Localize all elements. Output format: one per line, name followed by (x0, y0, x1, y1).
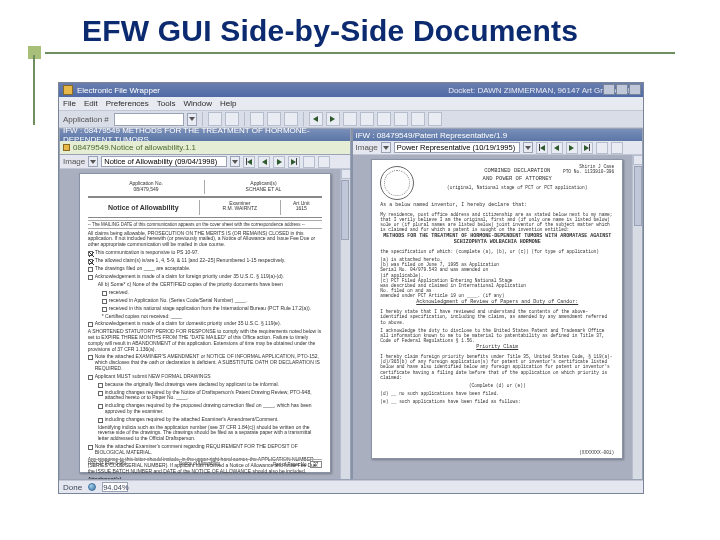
left-doc-tab[interactable]: 08479549.Notice of allowability.1.1 (60, 141, 350, 155)
right-doc-selector-dropdown[interactable] (523, 142, 533, 153)
d1-foot-left: PTO-37 (Rev 5-95) (88, 461, 126, 468)
right-zoom-button[interactable] (596, 142, 608, 154)
help-button[interactable] (428, 112, 442, 126)
left-zoom-button[interactable] (303, 156, 315, 168)
split-view-button[interactable] (394, 112, 408, 126)
zoom-percent[interactable]: 94.04% (102, 482, 128, 492)
right-scrollbar[interactable] (632, 155, 642, 479)
nav-back-button[interactable] (309, 112, 323, 126)
nav-fwd-button[interactable] (326, 112, 340, 126)
d1-l9a: because the originally filed drawings we… (105, 382, 322, 388)
open-button[interactable] (208, 112, 222, 126)
left-first-page-button[interactable] (243, 156, 255, 168)
d2-t3: (original, National stage of PCT or PCT … (420, 185, 614, 190)
right-doc-selector[interactable] (394, 142, 520, 153)
app-icon (63, 85, 73, 95)
d2-prio-header: Priority Claim (380, 345, 614, 351)
chevron-down-icon (525, 146, 531, 150)
left-pane: IFW : 08479549 METHODS FOR THE TREATMENT… (59, 128, 351, 480)
right-pane-titlebar[interactable]: IFW : 08479549/Patent Representative/1.9 (353, 129, 643, 141)
window-list-button[interactable] (411, 112, 425, 126)
checkbox-icon (88, 267, 93, 272)
d1-artunit: 1615 (282, 206, 321, 212)
arrow-left-icon (313, 116, 318, 122)
right-prev-page-button[interactable] (551, 142, 563, 154)
d1-l5e: * Certified copies not received: ____ (102, 314, 322, 320)
left-doc-selector-dropdown[interactable] (230, 156, 240, 167)
window-minimize-button[interactable] (603, 84, 615, 95)
d1-attach-header: Attachment(s) (88, 477, 322, 479)
d1-l3: The allowed claim(s) is/are 1, 4, 5-9, &… (95, 258, 322, 264)
right-next-page-button[interactable] (566, 142, 578, 154)
d1-foot-center: Notice of Allowability (179, 461, 220, 468)
print-button[interactable] (250, 112, 264, 126)
d1-l9: Applicant MUST submit NEW FORMAL DRAWING… (95, 374, 322, 380)
left-doc-selector[interactable] (101, 156, 227, 167)
d1-l9e: Identifying indicia such as the applicat… (98, 425, 322, 442)
menubar: File Edit Preferences Tools Window Help (59, 97, 643, 110)
left-prev-page-button[interactable] (258, 156, 270, 168)
scroll-thumb[interactable] (634, 166, 642, 226)
toolbar-separator-3 (303, 112, 304, 126)
copy-button[interactable] (267, 112, 281, 126)
checkbox-icon (88, 251, 93, 256)
left-rotate-button[interactable] (318, 156, 330, 168)
left-image-label: Image (63, 157, 85, 166)
checkbox-icon (88, 322, 93, 327)
right-image-dropdown[interactable] (381, 142, 391, 153)
d2-p3: the specification of which: (complete (a… (380, 249, 614, 254)
window-close-button[interactable] (629, 84, 641, 95)
d1-l5c: received in Application No. (Series Code… (109, 298, 322, 304)
menu-edit[interactable]: Edit (84, 99, 98, 108)
checkbox-icon (102, 299, 107, 304)
right-doc-viewport[interactable]: Shirin J Case PTO No. 1133910-396 COMBIN… (353, 155, 643, 479)
left-pane-titlebar[interactable]: IFW : 08479549 METHODS FOR THE TREATMENT… (60, 129, 350, 141)
d2-opt-d: (d) __ no such applications have been fi… (380, 391, 614, 396)
d1-l7: A SHORTENED STATUTORY PERIOD FOR RESPONS… (88, 329, 322, 352)
menu-preferences[interactable]: Preferences (106, 99, 149, 108)
globe-icon (88, 483, 96, 491)
d1-l9c: including changes required by the propos… (105, 403, 322, 415)
window-titlebar[interactable]: Electronic File Wrapper Docket: DAWN ZIM… (59, 83, 643, 97)
menu-help[interactable]: Help (220, 99, 236, 108)
left-last-page-button[interactable] (288, 156, 300, 168)
left-image-dropdown[interactable] (88, 156, 98, 167)
window-maximize-button[interactable] (616, 84, 628, 95)
scroll-up-button[interactable] (633, 155, 642, 165)
tree-view-button[interactable] (377, 112, 391, 126)
search-button[interactable] (360, 112, 374, 126)
right-rotate-button[interactable] (611, 142, 623, 154)
save-button[interactable] (225, 112, 239, 126)
d2-ack-header: Acknowledgment of Review of Papers and D… (380, 300, 614, 306)
d2-p1a: My residence, post office address and ci… (380, 212, 614, 233)
application-number-input[interactable] (114, 113, 184, 126)
d1-l9b: including changes required by the Notice… (105, 390, 322, 402)
right-first-page-button[interactable] (536, 142, 548, 154)
menu-tools[interactable]: Tools (157, 99, 176, 108)
paste-button[interactable] (284, 112, 298, 126)
d2-footer: (XXXXXXX·001) (579, 450, 614, 455)
refresh-button[interactable] (343, 112, 357, 126)
d1-appno: 08/479,549 (89, 187, 204, 193)
d1-title: Notice of Allowability (89, 204, 198, 212)
d2-invention-title: METHODS FOR THE TREATMENT OF HORMONE-DEP… (380, 234, 614, 246)
menu-file[interactable]: File (63, 99, 76, 108)
right-last-page-button[interactable] (581, 142, 593, 154)
d2-t2: AND POWER OF ATTORNEY (420, 176, 614, 182)
left-doc-viewport[interactable]: Application No.08/479,549 Applicant(s)SC… (60, 169, 350, 479)
menu-window[interactable]: Window (184, 99, 212, 108)
d1-l5b: received. (109, 290, 322, 296)
application-number-dropdown-button[interactable] (187, 113, 197, 126)
checkbox-icon (98, 383, 103, 388)
left-doc-page: Application No.08/479,549 Applicant(s)SC… (79, 173, 331, 473)
d2-opt-e: (e) __ such applications have been filed… (380, 399, 614, 404)
left-scrollbar[interactable] (340, 169, 350, 479)
d1-foot-page-number: 37 (310, 461, 322, 468)
checkbox-icon (102, 291, 107, 296)
scroll-thumb[interactable] (341, 180, 349, 240)
chevron-down-icon (189, 117, 195, 121)
scroll-up-button[interactable] (341, 169, 350, 179)
left-next-page-button[interactable] (273, 156, 285, 168)
right-pane: IFW : 08479549/Patent Representative/1.9… (351, 128, 644, 480)
d1-l10: Note the attached Examiner's comment reg… (95, 444, 322, 456)
